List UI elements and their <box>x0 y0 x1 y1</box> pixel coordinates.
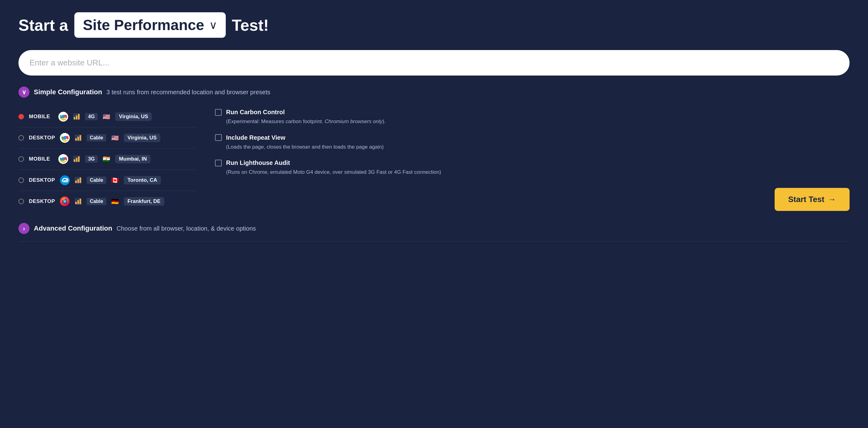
device-indicator-mobile-1 <box>19 114 24 120</box>
location-label: Mumbai, IN <box>115 155 151 163</box>
svg-point-2 <box>62 116 64 118</box>
firefox-icon <box>60 197 70 206</box>
header-suffix: Test! <box>232 16 269 34</box>
connection-label: Cable <box>87 176 106 184</box>
url-input[interactable] <box>19 50 849 75</box>
flag-icon: 🇺🇸 <box>102 113 110 120</box>
device-indicator-desktop-2 <box>19 177 24 183</box>
table-row: DESKTOP Cable 🇺🇸 Virginia, US <box>19 127 196 149</box>
flag-icon: 🇮🇳 <box>102 155 110 163</box>
advanced-config-subtitle: Choose from all browser, location, & dev… <box>116 225 256 232</box>
carbon-control-checkbox[interactable] <box>215 109 222 116</box>
chrome-icon <box>58 112 68 122</box>
lighthouse-audit-checkbox[interactable] <box>215 160 222 166</box>
table-row: MOBILE 3G 🇮🇳 Mumbai, IN <box>19 149 196 170</box>
advanced-config-toggle[interactable]: › <box>19 223 30 234</box>
header-prefix: Start a <box>19 16 68 34</box>
repeat-view-checkbox[interactable] <box>215 134 222 141</box>
location-label: Virginia, US <box>115 112 152 121</box>
start-test-button[interactable]: Start Test → <box>775 188 849 211</box>
test-rows: MOBILE 4G 🇺🇸 Virginia, US <box>19 106 196 212</box>
svg-point-8 <box>62 158 64 160</box>
simple-config-header: ∨ Simple Configuration 3 test runs from … <box>19 87 849 98</box>
right-panel: Run Carbon Control (Experimental: Measur… <box>215 106 849 211</box>
start-test-arrow: → <box>828 195 836 204</box>
repeat-view-row: Include Repeat View <box>215 134 849 141</box>
device-indicator-desktop-1 <box>19 135 24 141</box>
connection-label: Cable <box>87 134 106 141</box>
table-row: MOBILE 4G 🇺🇸 Virginia, US <box>19 106 196 127</box>
connection-label: 4G <box>85 113 98 120</box>
device-label: MOBILE <box>29 113 54 120</box>
carbon-control-option: Run Carbon Control (Experimental: Measur… <box>215 109 849 126</box>
signal-icon <box>75 134 82 141</box>
device-label: MOBILE <box>29 156 54 162</box>
divider <box>19 241 849 242</box>
device-indicator-desktop-3 <box>19 199 24 204</box>
table-row: DESKTOP <box>19 170 196 191</box>
device-label: DESKTOP <box>29 177 55 183</box>
location-label: Virginia, US <box>124 134 160 142</box>
repeat-view-label: Include Repeat View <box>226 134 285 141</box>
signal-icon <box>75 177 82 184</box>
chevron-down-icon: ∨ <box>209 19 217 32</box>
url-input-container <box>19 50 849 75</box>
main-content: MOBILE 4G 🇺🇸 Virginia, US <box>19 106 849 212</box>
flag-icon: 🇺🇸 <box>111 134 119 141</box>
flag-icon: 🇨🇦 <box>111 176 119 184</box>
device-label: DESKTOP <box>29 198 55 204</box>
chrome-icon <box>60 133 70 143</box>
start-test-label: Start Test <box>788 195 825 204</box>
lighthouse-audit-option: Run Lighthouse Audit (Runs on Chrome, em… <box>215 159 849 176</box>
signal-icon <box>75 198 82 205</box>
advanced-config-title: Advanced Configuration <box>34 224 112 232</box>
lighthouse-audit-label: Run Lighthouse Audit <box>226 159 290 166</box>
repeat-view-option: Include Repeat View (Loads the page, clo… <box>215 134 849 151</box>
connection-label: Cable <box>87 198 106 205</box>
header: Start a Site Performance ∨ Test! <box>19 12 849 38</box>
table-row: DESKTOP <box>19 191 196 212</box>
test-type-dropdown[interactable]: Site Performance ∨ <box>74 12 226 38</box>
simple-config-title: Simple Configuration <box>34 88 102 96</box>
location-label: Frankfurt, DE <box>124 197 164 206</box>
chrome-icon <box>58 154 68 164</box>
location-label: Toronto, CA <box>124 176 161 185</box>
flag-icon: 🇩🇪 <box>111 198 119 205</box>
svg-point-10 <box>62 182 67 184</box>
carbon-control-desc: (Experimental: Measures carbon footprint… <box>215 118 849 126</box>
connection-label: 3G <box>85 155 98 163</box>
signal-icon <box>73 113 80 120</box>
lighthouse-audit-row: Run Lighthouse Audit <box>215 159 849 166</box>
simple-config-subtitle: 3 test runs from recommended location an… <box>106 89 270 96</box>
carbon-control-label: Run Carbon Control <box>226 109 285 116</box>
test-type-label: Site Performance <box>83 17 204 33</box>
edge-icon <box>60 175 70 185</box>
repeat-view-desc: (Loads the page, closes the browser and … <box>215 143 849 151</box>
advanced-config-header: › Advanced Configuration Choose from all… <box>19 223 849 234</box>
lighthouse-audit-desc: (Runs on Chrome, emulated Moto G4 device… <box>215 168 849 176</box>
svg-point-5 <box>64 137 66 139</box>
device-label: DESKTOP <box>29 135 55 141</box>
device-indicator-mobile-2 <box>19 156 24 162</box>
carbon-control-row: Run Carbon Control <box>215 109 849 116</box>
signal-icon <box>73 156 80 162</box>
simple-config-toggle[interactable]: ∨ <box>19 87 30 98</box>
